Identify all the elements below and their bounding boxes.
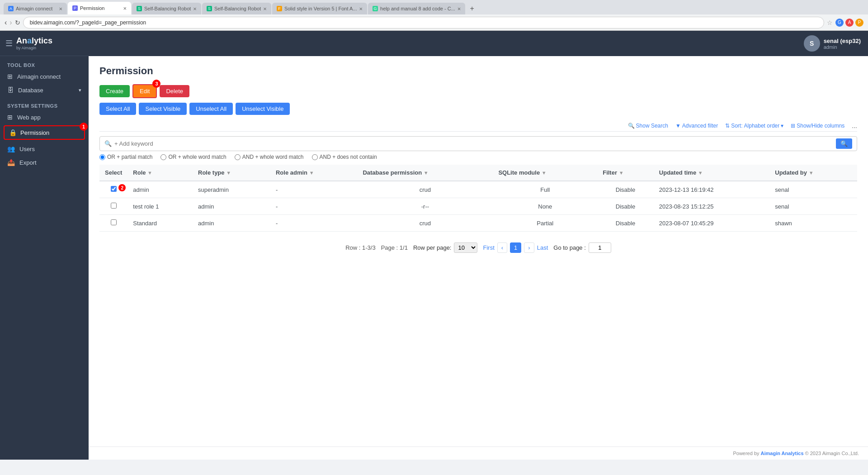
filter-cell: Disable (597, 198, 654, 215)
address-bar[interactable]: bidev.aimagin.com/?_pageId=_page_permiss… (23, 17, 824, 28)
more-options-link[interactable]: ... (852, 122, 857, 129)
users-icon: 👥 (7, 145, 15, 152)
col-filter[interactable]: Filter ▼ (597, 165, 654, 181)
select-cell[interactable]: 2 (99, 181, 127, 198)
show-hide-columns-link[interactable]: ⊞ Show/Hide columns (791, 123, 844, 129)
page-1-button[interactable]: 1 (510, 242, 521, 253)
sidebar-item-label: Users (19, 146, 35, 152)
delete-button[interactable]: Delete (160, 85, 189, 97)
sort-link[interactable]: ⇅ Sort: Alphabet order ▾ (725, 123, 783, 129)
omnibox-bar: ‹ › ↻ bidev.aimagin.com/?_pageId=_page_p… (0, 14, 868, 31)
create-button[interactable]: Create (99, 85, 130, 97)
rows-per-page: Row per page: 10 25 50 100 (413, 242, 478, 253)
filter-and-whole[interactable]: AND + whole word match (235, 154, 304, 160)
select-all-button[interactable]: Select All (99, 103, 136, 115)
role-cell: admin (127, 181, 193, 198)
goto-input[interactable] (589, 242, 611, 253)
rows-per-page-select[interactable]: 10 25 50 100 (454, 242, 477, 253)
filter-and-not-contain[interactable]: AND + does not contain (312, 154, 377, 160)
last-page-button[interactable]: Last (537, 244, 548, 251)
sidebar-item-users[interactable]: 👥 Users (0, 142, 89, 156)
reload-button[interactable]: ↻ (15, 19, 20, 26)
show-search-link[interactable]: 🔍 Show Search (628, 123, 668, 129)
unselect-all-button[interactable]: Unselect All (189, 103, 233, 115)
sidebar-item-aimagin-connect[interactable]: ⊞ Aimagin connect (0, 70, 89, 83)
row-info: Row : 1-3/3 (345, 244, 375, 251)
tab-label: help and manual 8 add code - C... (380, 6, 455, 11)
tab-close-icon[interactable]: × (359, 5, 363, 12)
filter-or-whole[interactable]: OR + whole word match (160, 154, 226, 160)
user-role: admin (824, 44, 861, 50)
select-cell[interactable] (99, 215, 127, 232)
goto-label: Go to page : (553, 244, 586, 251)
filter-or-partial[interactable]: OR + partial match (99, 154, 152, 160)
tab-close-icon[interactable]: × (59, 5, 62, 12)
sidebar-item-database[interactable]: 🗄 Database ▾ (0, 83, 89, 97)
user-info: senal (esp32) admin (824, 38, 861, 50)
sort-icon: ▼ (147, 170, 152, 176)
select-visible-button[interactable]: Select Visible (139, 103, 187, 115)
tab-aimagin-connect[interactable]: A Aimagin connect × (4, 3, 67, 14)
sidebar-header: ☰ Analytics by Aimagin (0, 31, 89, 56)
search-submit-button[interactable]: 🔍 (836, 138, 852, 149)
advanced-filter-link[interactable]: ▼ Advanced filter (675, 123, 718, 129)
rows-per-page-label: Row per page: (413, 244, 452, 251)
col-database-permission[interactable]: Database permission ▼ (357, 165, 493, 181)
user-avatar: S (804, 35, 820, 52)
role-type-cell: admin (193, 215, 270, 232)
tab-close-icon[interactable]: × (263, 5, 267, 12)
sort-icon: ⇅ (725, 123, 730, 129)
tab-solid-style[interactable]: F Solid style in Version 5 | Font A... × (272, 3, 367, 14)
export-icon: 📤 (7, 159, 15, 166)
chevron-down-icon: ▾ (79, 87, 81, 93)
new-tab-button[interactable]: + (466, 3, 477, 14)
url-text: bidev.aimagin.com/?_pageId=_page_permiss… (30, 19, 146, 26)
sqlite-module-cell: Partial (493, 215, 597, 232)
role-cell: test role 1 (127, 198, 193, 215)
role-admin-cell: - (270, 215, 357, 232)
col-role[interactable]: Role ▼ (127, 165, 193, 181)
sidebar-item-permission[interactable]: 🔒 Permission 1 (4, 125, 85, 140)
search-input[interactable] (114, 140, 833, 147)
col-role-admin[interactable]: Role admin ▼ (270, 165, 357, 181)
role-type-cell: admin (193, 198, 270, 215)
col-updated-time[interactable]: Updated time ▼ (654, 165, 769, 181)
filter-cell: Disable (597, 215, 654, 232)
page-info: Page : 1/1 (381, 244, 408, 251)
tab-permission[interactable]: P Permission × (68, 2, 131, 14)
search-link-icon: 🔍 (628, 123, 635, 129)
sidebar-item-export[interactable]: 📤 Export (0, 156, 89, 169)
select-cell[interactable] (99, 198, 127, 215)
col-role-type[interactable]: Role type ▼ (193, 165, 270, 181)
sort-icon: ▼ (424, 170, 429, 176)
next-page-button[interactable]: › (524, 242, 534, 253)
back-button[interactable]: ‹ (5, 19, 7, 27)
tab-close-icon[interactable]: × (193, 5, 197, 12)
role-type-cell: superadmin (193, 181, 270, 198)
tab-close-icon[interactable]: × (458, 5, 461, 12)
prev-page-button[interactable]: ‹ (497, 242, 507, 253)
sort-icon: ▼ (809, 170, 814, 176)
sidebar-item-web-app[interactable]: ⊞ Web app (0, 110, 89, 124)
col-select: Select (99, 165, 127, 181)
unselect-visible-button[interactable]: Unselect Visible (236, 103, 290, 115)
hamburger-icon[interactable]: ☰ (5, 38, 13, 48)
forward-button[interactable]: › (9, 19, 12, 27)
col-sqlite-module[interactable]: SQLite module ▼ (493, 165, 597, 181)
row-badge-2: 2 (118, 184, 126, 191)
tab-self-balancing-2[interactable]: S Self-Balancing Robot × (202, 3, 271, 14)
first-page-button[interactable]: First (483, 244, 494, 251)
col-updated-by[interactable]: Updated by ▼ (769, 165, 857, 181)
updated-time-cell: 2023-08-07 10:45:29 (654, 215, 769, 232)
top-bar: S senal (esp32) admin (89, 31, 868, 56)
sidebar: ☰ Analytics by Aimagin Tool box ⊞ Aimagi… (0, 31, 89, 460)
database-icon: 🗄 (7, 86, 14, 94)
bookmark-star[interactable]: ☆ (827, 19, 833, 26)
filter-label: OR + whole word match (168, 154, 226, 160)
sidebar-item-label: Export (19, 159, 37, 166)
tab-self-balancing-1[interactable]: S Self-Balancing Robot × (132, 3, 201, 14)
filter-label: OR + partial match (107, 154, 152, 160)
sort-label: Sort: (731, 123, 742, 129)
tab-help-manual[interactable]: G help and manual 8 add code - C... × (368, 3, 465, 14)
tab-close-icon[interactable]: × (123, 5, 127, 12)
